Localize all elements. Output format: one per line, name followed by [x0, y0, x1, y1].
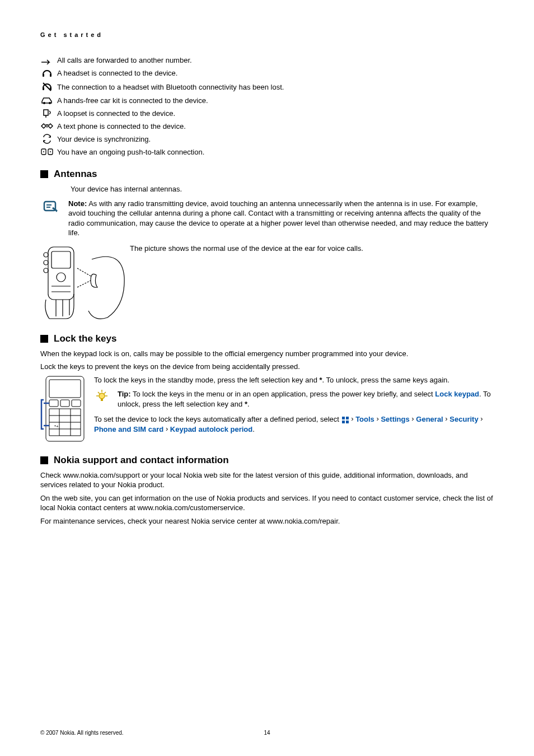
- chevron-icon: ›: [445, 414, 447, 424]
- note-block: Note: As with any radio transmitting dev…: [40, 199, 494, 238]
- svg-rect-46: [346, 421, 349, 423]
- svg-rect-37: [101, 399, 103, 401]
- antenna-illustration-row: The picture shows the normal use of the …: [40, 244, 494, 322]
- svg-rect-44: [346, 417, 349, 419]
- svg-point-6: [49, 102, 51, 104]
- chevron-icon: ›: [480, 414, 483, 424]
- lock-p2: Lock the keys to prevent the keys on the…: [40, 362, 494, 372]
- menu-link: Keypad autolock period: [170, 425, 252, 433]
- headset-icon: [40, 68, 54, 78]
- loopset-icon: [40, 108, 54, 118]
- section-heading-support: Nokia support and contact information: [40, 455, 494, 466]
- indicator-text: A hands-free car kit is connected to the…: [57, 96, 208, 105]
- page-header: Get started: [40, 31, 494, 38]
- indicator-text: A headset is connected to the device.: [57, 69, 177, 77]
- note-icon: [40, 199, 68, 238]
- phone-keypad-illustration: *+: [40, 375, 90, 442]
- tip-text-c: .: [247, 400, 250, 408]
- page-footer: © 2007 Nokia. All rights reserved. 14: [40, 730, 494, 736]
- note-text: As with any radio transmitting device, a…: [68, 199, 488, 237]
- svg-point-15: [57, 273, 65, 282]
- menu-link: Lock keypad: [435, 390, 479, 398]
- lock-p1: When the keypad lock is on, calls may be…: [40, 349, 494, 359]
- tip-row: Tip: To lock the keys in the menu or in …: [94, 389, 494, 409]
- support-p3: For maintenance services, check your nea…: [40, 516, 494, 526]
- chevron-icon: ›: [166, 424, 168, 434]
- section-bullet-icon: [40, 335, 48, 343]
- note-body: Note: As with any radio transmitting dev…: [68, 199, 494, 238]
- svg-rect-14: [51, 251, 71, 268]
- lock-row: *+ To lock the keys in the standby mode,…: [40, 375, 494, 442]
- menu-link: Phone and SIM card: [94, 425, 163, 433]
- copyright: © 2007 Nokia. All rights reserved.: [40, 730, 124, 736]
- section-bullet-icon: [40, 456, 48, 464]
- indicator-row: A headset is connected to the device.: [40, 68, 494, 78]
- svg-rect-24: [60, 400, 69, 407]
- menu-link: Tools: [355, 415, 374, 423]
- indicator-row: A loopset is connected to the device.: [40, 108, 494, 118]
- tip-icon: [94, 389, 110, 409]
- phone-ear-illustration: [40, 244, 130, 322]
- svg-point-11: [50, 151, 51, 152]
- svg-rect-22: [49, 380, 81, 398]
- svg-point-18: [44, 253, 48, 257]
- support-p2: On the web site, you can get information…: [40, 493, 494, 513]
- indicator-text: The connection to a headset with Bluetoo…: [57, 83, 284, 91]
- section-heading-lock: Lock the keys: [40, 333, 494, 344]
- section-title: Nokia support and contact information: [54, 455, 229, 466]
- lock-p4: To set the device to lock the keys autom…: [94, 414, 494, 434]
- svg-point-19: [44, 260, 48, 265]
- indicator-row: T A text phone is connected to the devic…: [40, 122, 494, 130]
- antenna-caption: The picture shows the normal use of the …: [130, 244, 494, 254]
- svg-rect-25: [72, 400, 81, 407]
- indicator-row: You have an ongoing push-to-talk connect…: [40, 147, 494, 156]
- svg-rect-1: [50, 74, 51, 77]
- svg-rect-43: [342, 417, 345, 419]
- chevron-icon: ›: [411, 414, 414, 424]
- forward-arrow-icon: [40, 57, 54, 64]
- indicator-text: A loopset is connected to the device.: [57, 109, 175, 118]
- page: Get started All calls are forwarded to a…: [0, 0, 534, 756]
- menu-link: General: [416, 415, 443, 423]
- car-kit-icon: [40, 96, 54, 105]
- section-bullet-icon: [40, 170, 48, 178]
- indicator-text: A text phone is connected to the device.: [57, 122, 186, 130]
- section-title: Lock the keys: [54, 333, 116, 344]
- svg-rect-0: [43, 74, 44, 77]
- antennas-intro: Your device has internal antennas.: [71, 184, 494, 194]
- indicator-row: Your device is synchronizing.: [40, 134, 494, 144]
- chevron-icon: ›: [351, 414, 353, 424]
- support-p1: Check www.nokia.com/support or your loca…: [40, 470, 494, 490]
- section-heading-antennas: Antennas: [40, 169, 494, 180]
- menu-key-icon: [341, 416, 349, 424]
- svg-point-5: [43, 102, 45, 104]
- indicator-row: All calls are forwarded to another numbe…: [40, 56, 494, 64]
- section-title: Antennas: [54, 169, 97, 180]
- sync-icon: [40, 134, 54, 144]
- textphone-icon: T: [40, 122, 54, 130]
- headset-lost-icon: [40, 81, 54, 92]
- ptt-icon: [40, 147, 54, 156]
- lock-p3-a: To lock the keys in the standby mode, pr…: [94, 376, 320, 384]
- lock-p4-end: .: [252, 425, 255, 433]
- chevron-icon: ›: [376, 414, 378, 424]
- tip-label: Tip:: [118, 390, 131, 398]
- svg-line-41: [98, 392, 100, 394]
- note-label: Note:: [68, 199, 87, 208]
- svg-rect-45: [342, 421, 345, 423]
- tip-text-a: To lock the keys in the menu or in an op…: [133, 390, 435, 398]
- svg-point-36: [99, 393, 105, 399]
- lock-p4-a: To set the device to lock the keys autom…: [94, 415, 341, 423]
- indicator-row: The connection to a headset with Bluetoo…: [40, 81, 494, 92]
- indicator-text: You have an ongoing push-to-talk connect…: [57, 148, 204, 156]
- indicator-text: All calls are forwarded to another numbe…: [57, 56, 192, 64]
- svg-text:T: T: [45, 123, 49, 129]
- svg-point-10: [43, 151, 44, 152]
- page-number: 14: [264, 730, 270, 736]
- svg-line-42: [104, 392, 106, 394]
- indicator-text: Your device is synchronizing.: [57, 135, 151, 143]
- svg-point-20: [44, 268, 48, 273]
- svg-rect-2: [43, 87, 44, 90]
- svg-text:*+: *+: [54, 424, 59, 429]
- menu-link: Settings: [381, 415, 409, 423]
